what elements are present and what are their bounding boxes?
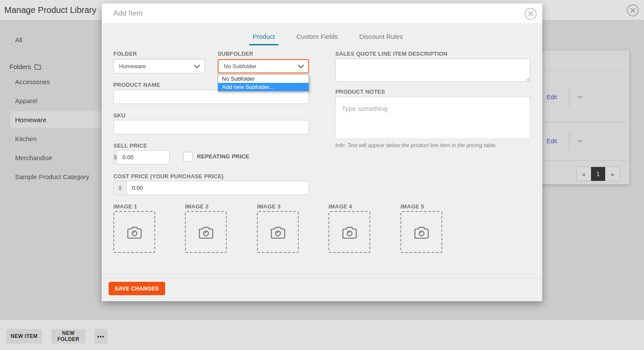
image-2-label: IMAGE 2 [185, 203, 209, 210]
modal-header: Add Item [102, 3, 542, 24]
image-3-upload[interactable] [257, 211, 299, 253]
image-1-upload[interactable] [113, 211, 155, 253]
sell-price-input[interactable] [117, 151, 169, 164]
folder-label: FOLDER [113, 50, 137, 57]
modal-tabs: Product Custom Fields Discount Rules [249, 32, 406, 45]
cost-price-group: $ [113, 181, 309, 195]
cost-price-input[interactable] [127, 181, 309, 195]
camera-icon [126, 225, 143, 240]
sell-price-label: SELL PRICE [113, 142, 147, 149]
sell-price-group: $ [113, 150, 169, 164]
product-name-label: PRODUCT NAME [113, 82, 160, 88]
image-5-label: IMAGE 5 [400, 203, 424, 210]
image-2-upload[interactable] [185, 211, 227, 253]
image-4-upload[interactable] [328, 211, 370, 253]
camera-icon [413, 225, 430, 240]
product-notes-editor[interactable]: Type something [335, 97, 530, 139]
sku-input[interactable] [113, 120, 309, 134]
subfolder-option-no-subfolder[interactable]: No Subfolder [218, 75, 309, 83]
sales-quote-description-label: SALES QUOTE LINE ITEM DESCRIPTION [335, 50, 447, 57]
cost-price-label: COST PRICE (YOUR PURCHASE PRICE) [113, 173, 224, 180]
folder-select-value: Homeware [119, 63, 146, 69]
save-changes-button[interactable]: SAVE CHANGES [109, 282, 165, 295]
tab-discount-rules[interactable]: Discount Rules [356, 32, 406, 45]
currency-prefix: $ [114, 151, 117, 164]
subfolder-dropdown-list: No Subfolder Add new Subfolder... [218, 74, 309, 91]
modal-close-button[interactable] [524, 7, 537, 20]
add-item-modal: Add Item Product Custom Fields Discount … [102, 3, 542, 301]
tab-custom-fields[interactable]: Custom Fields [293, 32, 341, 45]
chevron-down-icon [194, 62, 200, 68]
subfolder-select[interactable]: No Subfolder [218, 59, 309, 73]
sku-label: SKU [113, 112, 125, 119]
chevron-down-icon [298, 62, 304, 68]
product-notes-label: PRODUCT NOTES [335, 88, 385, 95]
camera-icon [198, 225, 214, 240]
sales-quote-description-input[interactable] [335, 59, 530, 82]
subfolder-label: SUBFOLDER [218, 50, 253, 57]
camera-icon [270, 225, 286, 240]
camera-icon [341, 225, 358, 240]
image-1-label: IMAGE 1 [113, 203, 137, 210]
modal-footer: SAVE CHANGES [102, 278, 542, 301]
subfolder-select-value: No Subfolder [224, 63, 256, 69]
image-4-label: IMAGE 4 [328, 203, 352, 210]
folder-select[interactable]: Homeware [113, 59, 205, 73]
image-5-upload[interactable] [400, 211, 442, 253]
repeating-price-checkbox[interactable] [183, 152, 193, 161]
subfolder-option-add-new[interactable]: Add new Subfolder... [218, 83, 309, 91]
repeating-price-label: REPEATING PRICE [197, 153, 249, 160]
product-name-input[interactable] [113, 90, 309, 104]
image-3-label: IMAGE 3 [257, 203, 281, 210]
currency-prefix: $ [114, 181, 127, 195]
product-notes-info: Info: Text will appear below the product… [335, 142, 497, 148]
tab-product[interactable]: Product [249, 32, 278, 45]
product-notes-placeholder: Type something [342, 105, 388, 112]
close-icon [524, 7, 537, 20]
modal-title: Add Item [113, 9, 143, 18]
